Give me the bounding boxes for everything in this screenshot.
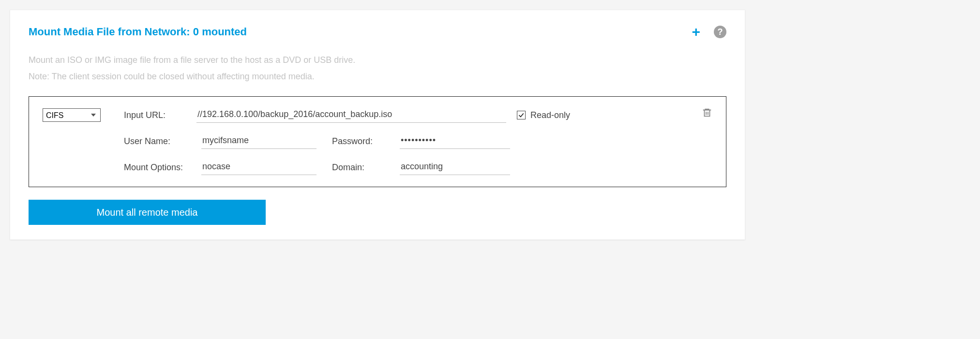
mount-options-field[interactable] <box>201 160 317 175</box>
mount-options-label: Mount Options: <box>124 162 196 173</box>
description-line1: Mount an ISO or IMG image file from a fi… <box>29 52 726 68</box>
domain-field[interactable] <box>400 160 510 175</box>
add-icon[interactable]: + <box>692 25 700 39</box>
readonly-label: Read-only <box>530 110 570 120</box>
mount-all-button[interactable]: Mount all remote media <box>29 200 266 225</box>
password-field[interactable] <box>400 133 510 149</box>
input-url-label: Input URL: <box>124 110 196 120</box>
credentials-grid: User Name: Password: Mount Options: Doma… <box>124 133 712 175</box>
header-icons: + ? <box>692 25 726 39</box>
domain-label: Domain: <box>332 162 395 173</box>
protocol-select-wrap: CIFS <box>43 108 101 122</box>
input-url-field[interactable] <box>196 107 506 123</box>
panel-title: Mount Media File from Network: 0 mounted <box>29 26 692 38</box>
username-label: User Name: <box>124 136 196 147</box>
delete-icon[interactable] <box>702 107 712 120</box>
password-label: Password: <box>332 136 395 147</box>
media-entry: CIFS Input URL: Read-only User Name: Pas… <box>29 96 726 187</box>
description-line2: Note: The client session could be closed… <box>29 68 726 85</box>
mount-media-panel: Mount Media File from Network: 0 mounted… <box>10 10 745 240</box>
username-field[interactable] <box>201 133 317 149</box>
row-url: CIFS Input URL: Read-only <box>43 107 712 123</box>
readonly-checkbox[interactable] <box>517 111 526 119</box>
panel-description: Mount an ISO or IMG image file from a fi… <box>29 52 726 85</box>
readonly-checkbox-wrap: Read-only <box>517 110 570 120</box>
help-icon[interactable]: ? <box>714 26 726 38</box>
protocol-select[interactable]: CIFS <box>43 108 101 122</box>
panel-header: Mount Media File from Network: 0 mounted… <box>29 25 726 39</box>
